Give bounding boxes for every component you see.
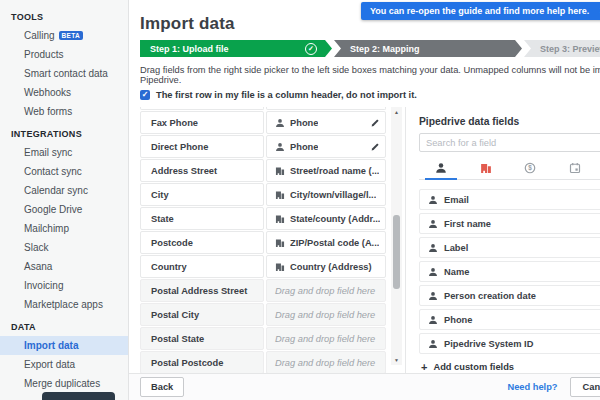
step-step-2-mapping: Step 2: Mapping <box>334 40 522 57</box>
back-button[interactable]: Back <box>140 377 184 397</box>
sidebar-section-title-integrations: INTEGRATIONS <box>0 121 128 143</box>
sidebar-item-merge-duplicates[interactable]: Merge duplicates <box>0 374 128 393</box>
organization-icon <box>275 238 285 248</box>
field-list: EmailFirst nameLabelNamePerson creation … <box>419 189 600 354</box>
field-item-person-creation-date[interactable]: Person creation date <box>419 285 600 306</box>
cutoff-element <box>42 392 115 400</box>
table-row-postal-city: Postal City Drag and drop field here <box>140 303 386 326</box>
drop-placeholder-text: Drag and drop field here <box>275 286 375 296</box>
sidebar-item-products[interactable]: Products <box>0 45 128 64</box>
notification-text: You can re-open the guide and find more … <box>370 6 589 16</box>
field-item-phone[interactable]: Phone <box>419 309 600 330</box>
mapped-field[interactable]: State/county (Addr... <box>266 207 386 230</box>
sidebar-item-invoicing[interactable]: Invoicing <box>0 276 128 295</box>
sidebar-item-slack[interactable]: Slack <box>0 238 128 257</box>
sidebar-section-title-tools: TOOLS <box>0 4 128 26</box>
field-item-pipedrive-system-id[interactable]: Pipedrive System ID <box>419 333 600 354</box>
drop-target[interactable]: Drag and drop field here <box>266 279 386 302</box>
scroll-up-icon[interactable]: ▲ <box>394 109 399 115</box>
mapping-table: Fax Phone Phone Direct Phone Phone Addre… <box>140 107 386 383</box>
step-label: Step 1: Upload file <box>150 44 229 54</box>
mapped-field[interactable]: Country (Address) <box>266 255 386 278</box>
organization-icon <box>275 262 285 272</box>
organization-icon <box>275 190 285 200</box>
footer: Back Need help? Cancel import <box>129 373 600 400</box>
sidebar-item-export-data[interactable]: Export data <box>0 355 128 374</box>
person-icon <box>428 243 438 253</box>
sidebar-item-calendar-sync[interactable]: Calendar sync <box>0 181 128 200</box>
sidebar-item-asana[interactable]: Asana <box>0 257 128 276</box>
source-column-label: City <box>140 183 264 206</box>
field-tabs: $ <box>419 156 600 180</box>
table-row-direct-phone: Direct Phone Phone <box>140 135 386 158</box>
source-column-label: Country <box>140 255 264 278</box>
sidebar-item-calling[interactable]: CallingBETA <box>0 26 128 45</box>
cancel-import-button[interactable]: Cancel import <box>570 377 600 397</box>
first-row-header-checkbox[interactable]: ✓ The first row in my file is a column h… <box>140 90 600 100</box>
scroll-down-icon[interactable]: ▼ <box>394 357 399 363</box>
table-row-address-street: Address Street Street/road name (... <box>140 159 386 182</box>
mapped-field[interactable]: Phone <box>266 111 386 134</box>
person-icon <box>428 339 438 349</box>
source-column-label: Direct Phone <box>140 135 264 158</box>
organization-icon <box>275 166 285 176</box>
mapped-field[interactable]: ZIP/Postal code (A... <box>266 231 386 254</box>
footer-right: Need help? Cancel import <box>507 377 600 397</box>
source-column-label: Postal City <box>140 303 264 326</box>
add-custom-fields-button[interactable]: + Add custom fields <box>419 362 600 372</box>
sidebar-item-contact-sync[interactable]: Contact sync <box>0 162 128 181</box>
scrollbar-thumb[interactable] <box>393 215 400 289</box>
person-icon <box>435 162 447 174</box>
drop-target[interactable]: Drag and drop field here <box>266 303 386 326</box>
mapped-field[interactable]: Street/road name (... <box>266 159 386 182</box>
sidebar-item-webhooks[interactable]: Webhooks <box>0 83 128 102</box>
mapping-area: Fax Phone Phone Direct Phone Phone Addre… <box>140 107 600 383</box>
svg-text:$: $ <box>528 164 532 172</box>
mapped-field[interactable]: Phone <box>266 135 386 158</box>
tab-organization-fields[interactable] <box>464 156 509 179</box>
tab-calendar-fields[interactable] <box>553 156 598 179</box>
source-column-label: Address Street <box>140 159 264 182</box>
sidebar-item-mailchimp[interactable]: Mailchimp <box>0 219 128 238</box>
field-item-email[interactable]: Email <box>419 189 600 210</box>
drop-target[interactable]: Drag and drop field here <box>266 327 386 350</box>
pipedrive-fields-panel: Pipedrive data fields $ EmailFirst nameL… <box>405 107 600 383</box>
scrollbar[interactable]: ▲ ▼ <box>391 107 402 365</box>
person-icon <box>275 142 285 152</box>
mapped-field-label: ZIP/Postal code (A... <box>290 238 379 248</box>
sidebar-item-email-sync[interactable]: Email sync <box>0 143 128 162</box>
edit-pencil-icon[interactable] <box>370 142 380 152</box>
mapped-field[interactable]: City/town/village/l... <box>266 183 386 206</box>
sidebar-item-web-forms[interactable]: Web forms <box>0 102 128 121</box>
drop-target[interactable]: Drag and drop field here <box>266 351 386 374</box>
field-item-label: Email <box>444 195 469 205</box>
check-icon: ✓ <box>305 43 317 55</box>
field-item-name[interactable]: Name <box>419 261 600 282</box>
edit-pencil-icon[interactable] <box>370 118 380 128</box>
field-search-input[interactable] <box>419 133 600 152</box>
table-row-state: State State/county (Addr... <box>140 207 386 230</box>
mapped-field-label: City/town/village/l... <box>290 190 376 200</box>
table-row-country: Country Country (Address) <box>140 255 386 278</box>
guide-notification: You can re-open the guide and find more … <box>361 2 600 20</box>
sidebar-item-smart-contact-data[interactable]: Smart contact data <box>0 64 128 83</box>
sidebar-item-marketplace-apps[interactable]: Marketplace apps <box>0 295 128 314</box>
tab-deal-fields[interactable]: $ <box>508 156 553 179</box>
sidebar-item-google-drive[interactable]: Google Drive <box>0 200 128 219</box>
person-icon <box>428 195 438 205</box>
field-item-label: Person creation date <box>444 291 536 301</box>
source-column-label: Postal State <box>140 327 264 350</box>
table-row-postal-postcode: Postal Postcode Drag and drop field here <box>140 351 386 374</box>
field-item-label: First name <box>444 219 491 229</box>
sidebar-item-import-data[interactable]: Import data <box>0 336 128 355</box>
person-icon <box>428 219 438 229</box>
field-item-first-name[interactable]: First name <box>419 213 600 234</box>
import-data-screen: TOOLSCallingBETAProductsSmart contact da… <box>0 0 600 400</box>
need-help-link[interactable]: Need help? <box>507 382 557 392</box>
field-item-label[interactable]: Label <box>419 237 600 258</box>
drop-placeholder-text: Drag and drop field here <box>275 310 375 320</box>
checkbox-checked-icon[interactable]: ✓ <box>140 90 150 100</box>
tab-person-fields[interactable] <box>419 156 464 179</box>
table-row-fax-phone: Fax Phone Phone <box>140 111 386 134</box>
organization-icon <box>275 214 285 224</box>
